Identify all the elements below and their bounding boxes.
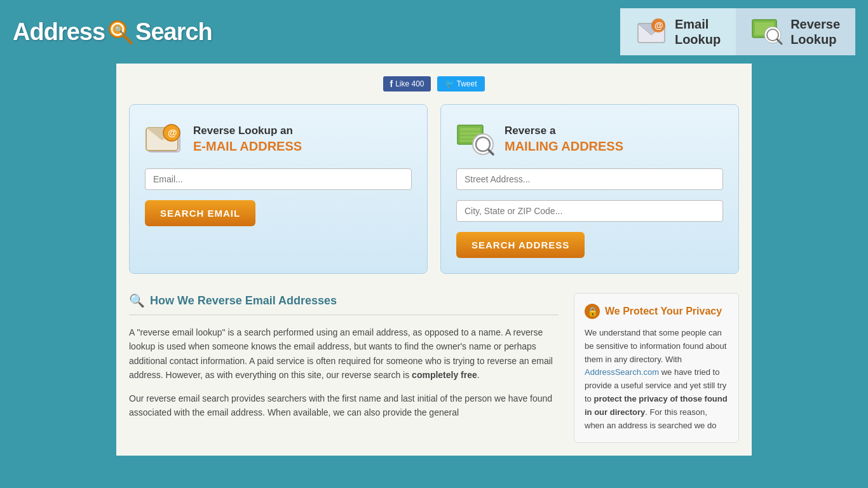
email-lookup-nav-button[interactable]: @ Email Lookup: [620, 8, 736, 55]
logo-text-address: Address: [13, 18, 105, 46]
privacy-heading: 🔒 We Protect Your Privacy: [585, 304, 728, 319]
search-email-button[interactable]: SEARCH EMAIL: [145, 200, 255, 226]
svg-text:🔍: 🔍: [114, 25, 124, 34]
heading-search-icon: 🔍: [129, 293, 145, 308]
content-paragraph-2: Our reverse email search provides search…: [129, 391, 559, 420]
facebook-icon: f: [390, 79, 393, 89]
email-search-input[interactable]: [145, 168, 412, 190]
twitter-tweet-button[interactable]: 🐦 Tweet: [437, 76, 485, 92]
street-address-input[interactable]: [456, 168, 723, 190]
content-paragraph-1: A "reverse email lookup" is a search per…: [129, 325, 559, 383]
city-state-zip-input[interactable]: [456, 200, 723, 222]
email-lookup-icon: @: [635, 16, 667, 48]
email-panel-title: Reverse Lookup an E-MAIL ADDRESS: [193, 124, 302, 154]
search-address-button[interactable]: SEARCH ADDRESS: [456, 232, 585, 258]
address-panel-icon: [456, 120, 494, 158]
reverse-lookup-label: Reverse Lookup: [790, 17, 840, 47]
main-content: 🔍 How We Reverse Email Addresses A "reve…: [129, 293, 559, 443]
privacy-icon: 🔒: [585, 304, 600, 319]
logo-text-search: Search: [135, 18, 212, 46]
addresssearch-link[interactable]: AddressSearch.com: [585, 367, 659, 377]
svg-line-2: [124, 36, 132, 43]
privacy-box: 🔒 We Protect Your Privacy We understand …: [574, 293, 739, 443]
page-header: Address 🔍 Search @ Email Lookup: [0, 0, 868, 64]
like-label: Like 400: [395, 79, 424, 88]
site-logo[interactable]: Address 🔍 Search: [13, 18, 212, 46]
main-container: f Like 400 🐦 Tweet @: [116, 64, 752, 456]
tweet-label: Tweet: [457, 79, 477, 88]
svg-text:@: @: [654, 20, 663, 30]
email-panel-icon: @: [145, 120, 183, 158]
nav-buttons: @ Email Lookup Reverse Lookup: [620, 8, 855, 55]
twitter-bird-icon: 🐦: [445, 79, 454, 88]
reverse-lookup-nav-button[interactable]: Reverse Lookup: [736, 8, 855, 55]
email-lookup-label: Email Lookup: [675, 17, 721, 47]
section-heading: 🔍 How We Reverse Email Addresses: [129, 293, 559, 315]
facebook-like-button[interactable]: f Like 400: [383, 76, 430, 92]
social-bar: f Like 400 🐦 Tweet: [129, 76, 739, 92]
privacy-text: We understand that some people can be se…: [585, 327, 728, 432]
reverse-lookup-icon: [751, 16, 783, 48]
content-section: 🔍 How We Reverse Email Addresses A "reve…: [129, 293, 739, 443]
svg-line-26: [489, 150, 493, 154]
sidebar: 🔒 We Protect Your Privacy We understand …: [574, 293, 739, 443]
email-search-panel: @ Reverse Lookup an E-MAIL ADDRESS SEARC…: [129, 104, 428, 274]
email-panel-header: @ Reverse Lookup an E-MAIL ADDRESS: [145, 120, 412, 158]
search-panels: @ Reverse Lookup an E-MAIL ADDRESS SEARC…: [129, 104, 739, 274]
address-search-panel: Reverse a MAILING ADDRESS SEARCH ADDRESS: [440, 104, 739, 274]
svg-text:@: @: [168, 127, 177, 138]
logo-magnifier-icon: 🔍: [106, 18, 134, 46]
address-panel-header: Reverse a MAILING ADDRESS: [456, 120, 723, 158]
address-panel-title: Reverse a MAILING ADDRESS: [505, 124, 623, 154]
